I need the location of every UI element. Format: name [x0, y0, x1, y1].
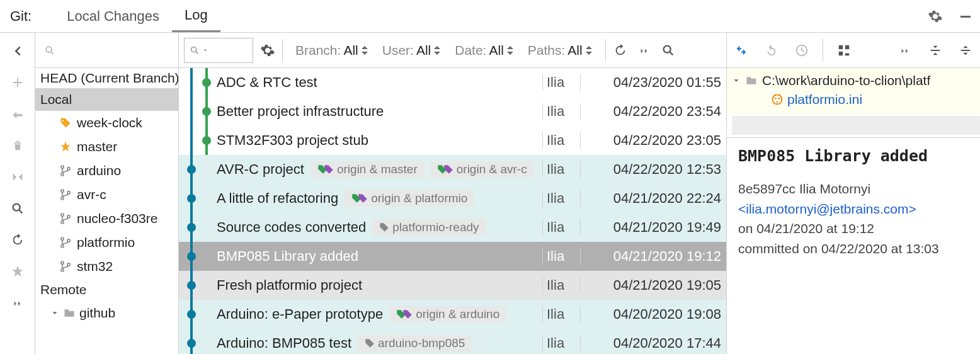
star-icon: [59, 140, 72, 153]
branch-head[interactable]: HEAD (Current Branch): [35, 68, 178, 88]
more-icon[interactable]: [8, 294, 27, 312]
ref-tag[interactable]: origin & arduino: [389, 306, 506, 323]
divider: [823, 39, 823, 62]
commit-date: 04/22/2020 12:53: [580, 161, 721, 178]
platformio-icon: [771, 93, 783, 106]
svg-rect-22: [845, 45, 849, 49]
scrollbar-track[interactable]: [732, 116, 980, 135]
compare-icon[interactable]: [732, 41, 751, 60]
commit-date: 04/21/2020 19:12: [580, 248, 721, 265]
main: HEAD (Current Branch) Local week-clockma…: [0, 33, 980, 354]
svg-point-14: [67, 239, 70, 242]
filter-branch[interactable]: Branch: All: [295, 43, 368, 58]
branch-search-input[interactable]: [42, 40, 186, 61]
tree-file[interactable]: platformio.ini: [732, 89, 975, 110]
commit-hash: 8e5897cc: [738, 181, 795, 196]
commit-row[interactable]: ADC & RTC testIlia04/23/2020 01:55: [179, 68, 726, 97]
commit-row[interactable]: AVR-C project origin & master origin & a…: [179, 155, 726, 184]
branch-group-remote[interactable]: Remote: [35, 278, 178, 301]
find-icon[interactable]: [659, 41, 678, 60]
add-icon[interactable]: [8, 73, 27, 92]
back-icon[interactable]: [8, 42, 27, 60]
branch-item-master[interactable]: master: [35, 135, 178, 159]
refresh-icon[interactable]: [8, 231, 27, 249]
filter-paths[interactable]: Paths: All: [528, 43, 593, 58]
commit-msg: ADC & RTC test: [217, 74, 542, 91]
log-search-input[interactable]: [184, 38, 253, 63]
graph-col: [179, 213, 217, 242]
commit-author: Ilia: [542, 306, 580, 323]
ref-tag[interactable]: arduino-bmp085: [358, 335, 471, 351]
ref-tag[interactable]: origin & platformio: [345, 190, 474, 207]
branch-item-stm32[interactable]: stm32: [35, 254, 178, 278]
branch-icon: [59, 164, 72, 177]
branch-item-platformio[interactable]: platformio: [35, 231, 178, 254]
svg-point-9: [61, 214, 64, 216]
expand-icon[interactable]: [926, 41, 945, 60]
commit-date: 04/23/2020 01:55: [580, 74, 721, 91]
tree-folder-root[interactable]: C:\work\arduino-to-clion\platf: [732, 72, 975, 89]
filter-date[interactable]: Date: All: [455, 43, 514, 58]
commit-row[interactable]: STM32F303 project stubIlia04/22/2020 23:…: [179, 126, 726, 155]
graph-col: [179, 184, 217, 213]
commit-row[interactable]: BMP085 Library addedIlia04/21/2020 19:12: [179, 242, 726, 271]
branch-list: HEAD (Current Branch) Local week-clockma…: [35, 68, 178, 354]
branch-group-local[interactable]: Local: [35, 88, 178, 111]
tab-log[interactable]: Log: [172, 0, 220, 32]
commit-row[interactable]: Fresh platformio projectIlia04/21/2020 1…: [179, 271, 726, 300]
tag-icon: [59, 117, 72, 129]
commit-list: ADC & RTC testIlia04/23/2020 01:55Better…: [179, 68, 726, 354]
commit-date: 04/21/2020 22:24: [580, 190, 721, 207]
group-icon[interactable]: [835, 41, 853, 60]
history-icon[interactable]: [792, 41, 811, 60]
details-toolbar: [727, 33, 980, 68]
commit-author: Ilia: [542, 161, 580, 178]
branch-name: nucleo-f303re: [77, 211, 157, 226]
delete-icon[interactable]: [8, 136, 27, 155]
remote-github[interactable]: github: [35, 301, 178, 325]
svg-point-7: [61, 197, 64, 200]
commit-detail-title: BMP085 Library added: [738, 147, 969, 165]
reload-icon[interactable]: [611, 41, 630, 60]
more-details-icon[interactable]: [896, 41, 914, 60]
gear-icon[interactable]: [926, 7, 945, 26]
ref-tag[interactable]: platformio-ready: [372, 219, 485, 236]
divider: [605, 39, 606, 62]
ref-tag[interactable]: origin & master: [311, 161, 424, 178]
svg-point-3: [61, 166, 64, 168]
left-toolbar: [0, 33, 35, 354]
branch-item-arduino[interactable]: arduino: [35, 159, 178, 183]
log-gear-icon[interactable]: [258, 41, 277, 60]
commit-row[interactable]: Arduino: BMP085 test arduino-bmp085Ilia0…: [179, 329, 726, 354]
tree-root-path: C:\work\arduino-to-clion\platf: [762, 73, 930, 88]
branch-item-week-clock[interactable]: week-clock: [35, 111, 178, 135]
collapse-icon[interactable]: [956, 41, 975, 60]
svg-rect-24: [845, 53, 849, 55]
search-icon[interactable]: [8, 199, 27, 218]
commit-email[interactable]: <ilia.motornyi@jetbrains.com>: [738, 202, 916, 216]
graph-col: [179, 329, 217, 354]
commit-row[interactable]: Better project infrastructureIlia04/22/2…: [179, 97, 726, 126]
minimize-icon[interactable]: [956, 7, 975, 26]
graph-col: [179, 300, 217, 329]
branch-item-nucleo-f303re[interactable]: nucleo-f303re: [35, 207, 178, 231]
graph-col: [179, 68, 217, 97]
diff-icon[interactable]: [8, 168, 27, 186]
star-icon[interactable]: [8, 262, 27, 281]
commit-row[interactable]: Source codes converted platformio-readyI…: [179, 213, 726, 242]
commit-date: 04/22/2020 23:54: [580, 103, 721, 120]
details-panel: C:\work\arduino-to-clion\platf platformi…: [727, 33, 980, 354]
branch-name: master: [77, 139, 117, 154]
more-actions-icon[interactable]: [635, 41, 654, 60]
graph-col: [179, 97, 217, 126]
tab-local-changes[interactable]: Local Changes: [54, 0, 172, 32]
undo-icon[interactable]: [762, 41, 781, 60]
commit-date: 04/20/2020 17:44: [580, 335, 721, 351]
ref-tag[interactable]: origin & avr-c: [430, 161, 533, 178]
commit-row[interactable]: A little of refactoring origin & platfor…: [179, 184, 726, 213]
merge-icon[interactable]: [8, 105, 27, 123]
branch-item-avr-c[interactable]: avr-c: [35, 183, 178, 207]
svg-point-26: [775, 98, 777, 100]
commit-row[interactable]: Arduino: e-Paper prototype origin & ardu…: [179, 300, 726, 329]
filter-user[interactable]: User: All: [382, 43, 442, 58]
